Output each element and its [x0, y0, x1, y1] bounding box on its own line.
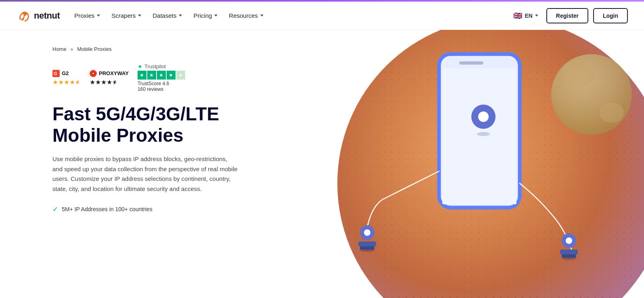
svg-rect-6: [459, 61, 483, 65]
nav-item-datasets[interactable]: Datasets: [153, 12, 182, 19]
tp-star-1: ★: [138, 71, 146, 80]
hero-heading-line1: Fast 5G/4G/3G/LTE: [52, 103, 219, 124]
breadcrumb-current: Mobile Proxies: [77, 46, 111, 52]
logo-text: netnut: [34, 10, 60, 21]
trustpilot-logo-row: ★ Trustpilot: [138, 63, 166, 69]
svg-point-17: [562, 257, 576, 260]
tp-star-5: ★: [176, 71, 185, 80]
trustpilot-stars-row: ★ ★ ★ ★ ★: [138, 71, 185, 80]
proxyway-logo-row: PROXYWAY: [90, 70, 129, 77]
nav-links: Proxies Scrapers Datasets Pricing Resour…: [74, 12, 263, 19]
flag-icon: 🇬🇧: [513, 11, 522, 20]
trustpilot-name: Trustpilot: [144, 63, 166, 69]
svg-rect-7: [442, 68, 516, 204]
proxyway-icon: [90, 70, 97, 77]
svg-point-4: [92, 73, 94, 74]
nav-item-scrapers[interactable]: Scrapers: [111, 12, 141, 19]
nav-item-proxies[interactable]: Proxies: [74, 12, 100, 19]
svg-point-14: [566, 237, 572, 244]
trustpilot-score: TrustScore 4.6: [138, 81, 169, 86]
svg-point-8: [478, 111, 489, 122]
logo-icon: [16, 8, 31, 23]
chevron-down-icon: [138, 15, 141, 17]
trustpilot-star-icon: ★: [138, 63, 142, 69]
navbar-left: netnut Proxies Scrapers Datasets Pricing…: [16, 8, 263, 23]
hero-description: Use mobile proxies to bypass IP address …: [52, 154, 238, 194]
navbar-right: 🇬🇧 EN Register Login: [510, 8, 628, 23]
svg-rect-15: [560, 250, 578, 254]
proxyway-stars: ★★★★ ★ ★: [90, 78, 118, 86]
hero-illustration: [322, 30, 644, 298]
trustpilot-reviews: 160 reviews: [138, 86, 163, 92]
nav-item-pricing[interactable]: Pricing: [193, 12, 217, 19]
badges-row: G G2 ★★★★ ★ ★: [52, 63, 298, 92]
svg-point-10: [364, 229, 370, 236]
main-content: Home » Mobile Proxies G G2 ★★★★ ★ ★: [0, 30, 644, 298]
feature-label: 5M+ IP Addresses in 100+ countries: [62, 206, 153, 212]
chevron-down-icon: [97, 15, 100, 17]
hero-heading-line2: Mobile Proxies: [52, 125, 184, 146]
g2-stars: ★★★★ ★ ★: [52, 78, 81, 86]
login-button[interactable]: Login: [593, 8, 628, 23]
navbar: netnut Proxies Scrapers Datasets Pricing…: [0, 2, 644, 30]
g2-logo-row: G G2: [52, 70, 69, 77]
right-panel: [322, 30, 644, 298]
logo[interactable]: netnut: [16, 8, 60, 23]
breadcrumb-separator: »: [70, 46, 73, 52]
tp-star-4: ★: [167, 71, 176, 80]
svg-point-9: [477, 132, 490, 136]
g2-icon: G: [52, 70, 60, 77]
register-button[interactable]: Register: [546, 8, 588, 23]
svg-text:G: G: [54, 71, 57, 76]
left-panel: Home » Mobile Proxies G G2 ★★★★ ★ ★: [0, 30, 322, 298]
trustpilot-badge: ★ Trustpilot ★ ★ ★ ★ ★ TrustScore 4.6 16…: [138, 63, 185, 92]
svg-point-13: [360, 249, 374, 252]
lang-label: EN: [525, 13, 532, 19]
tp-star-2: ★: [147, 71, 156, 80]
proxyway-label: PROXYWAY: [99, 70, 129, 76]
hero-heading: Fast 5G/4G/3G/LTE Mobile Proxies: [52, 103, 298, 146]
chevron-down-icon: [260, 15, 263, 17]
svg-point-1: [21, 18, 24, 21]
g2-label: G2: [62, 70, 69, 76]
tp-star-3: ★: [157, 71, 166, 80]
proxyway-badge: PROXYWAY ★★★★ ★ ★: [90, 70, 129, 86]
chevron-down-icon: [214, 15, 217, 17]
svg-rect-11: [358, 241, 376, 246]
lang-chevron-icon: [535, 15, 538, 17]
check-icon: ✓: [52, 206, 58, 213]
g2-badge: G G2 ★★★★ ★ ★: [52, 70, 81, 86]
nav-item-resources[interactable]: Resources: [229, 12, 263, 19]
chevron-down-icon: [179, 15, 182, 17]
lang-selector[interactable]: 🇬🇧 EN: [510, 10, 541, 22]
breadcrumb-home[interactable]: Home: [52, 46, 67, 52]
breadcrumb: Home » Mobile Proxies: [52, 46, 298, 52]
feature-check: ✓ 5M+ IP Addresses in 100+ countries: [52, 206, 298, 213]
